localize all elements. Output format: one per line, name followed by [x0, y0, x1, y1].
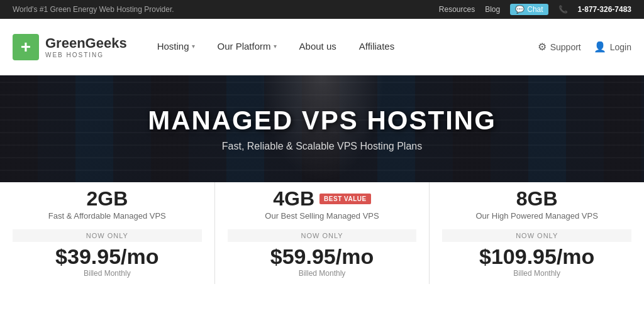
nav-platform[interactable]: Our Platform ▾ [206, 19, 288, 75]
nav-affiliates-label: Affiliates [359, 41, 394, 52]
plan-desc-2gb: Fast & Affordable Managed VPS [48, 211, 166, 221]
nav-right: ⚙ Support 👤 Login [538, 41, 631, 53]
resources-link[interactable]: Resources [439, 5, 475, 14]
login-label: Login [610, 42, 631, 52]
chat-label: Chat [527, 5, 543, 14]
nav-hosting-label: Hosting [157, 41, 189, 52]
plan-size-4gb: 4GB [273, 189, 314, 209]
pricing-section: 2GB Fast & Affordable Managed VPS NOW ON… [0, 182, 644, 284]
phone-icon: 📞 [558, 5, 568, 14]
now-only-8gb: NOW ONLY [442, 229, 631, 242]
plan-header-8gb: 8GB [516, 189, 558, 209]
billing-4gb: Billed Monthly [299, 269, 346, 278]
plan-size-2gb: 2GB [86, 189, 128, 209]
chat-button[interactable]: 💬 Chat [510, 4, 548, 15]
brand-text: GreenGeeks WEB HOSTING [45, 35, 127, 58]
login-button[interactable]: 👤 Login [594, 41, 631, 53]
nav-hosting[interactable]: Hosting ▾ [146, 19, 206, 75]
logo[interactable]: + GreenGeeks WEB HOSTING [13, 34, 127, 60]
plan-price-8gb: $109.95/mo [479, 246, 594, 267]
nav-links: Hosting ▾ Our Platform ▾ About us Affili… [146, 19, 538, 75]
nav-platform-label: Our Platform [218, 41, 271, 52]
support-label: Support [550, 42, 581, 52]
top-bar-right: Resources Blog 💬 Chat 📞 1-877-326-7483 [439, 4, 631, 15]
support-button[interactable]: ⚙ Support [538, 41, 581, 53]
best-value-badge: BEST VALUE [319, 194, 371, 204]
nav-affiliates[interactable]: Affiliates [348, 19, 406, 75]
hero-title: MANAGED VPS HOSTING [148, 106, 496, 136]
hosting-caret-icon: ▾ [192, 43, 195, 50]
plan-card-2gb: 2GB Fast & Affordable Managed VPS NOW ON… [0, 182, 215, 284]
plan-price-4gb: $59.95/mo [270, 246, 374, 267]
plan-price-2gb: $39.95/mo [55, 246, 158, 267]
billing-8gb: Billed Monthly [513, 269, 560, 278]
hero-section: MANAGED VPS HOSTING Fast, Reliable & Sca… [0, 75, 644, 182]
plan-size-8gb: 8GB [516, 189, 558, 209]
logo-plus-icon: + [13, 34, 39, 60]
support-icon: ⚙ [538, 41, 547, 53]
chat-icon: 💬 [515, 5, 525, 14]
plan-header-4gb: 4GB BEST VALUE [273, 189, 370, 209]
plan-desc-4gb: Our Best Selling Managed VPS [265, 211, 379, 221]
tagline: World's #1 Green Energy Web Hosting Prov… [13, 5, 174, 14]
plan-card-8gb: 8GB Our High Powered Managed VPS NOW ONL… [430, 182, 644, 284]
hero-subtitle: Fast, Reliable & Scalable VPS Hosting Pl… [222, 141, 422, 152]
top-bar: World's #1 Green Energy Web Hosting Prov… [0, 0, 644, 19]
login-icon: 👤 [594, 41, 606, 53]
now-only-4gb: NOW ONLY [228, 229, 417, 242]
brand-sub: WEB HOSTING [45, 52, 127, 58]
nav-about-label: About us [299, 41, 336, 52]
nav-about[interactable]: About us [288, 19, 348, 75]
now-only-2gb: NOW ONLY [13, 229, 202, 242]
billing-2gb: Billed Monthly [84, 269, 131, 278]
blog-link[interactable]: Blog [485, 5, 500, 14]
plan-desc-8gb: Our High Powered Managed VPS [475, 211, 597, 221]
phone-number[interactable]: 1-877-326-7483 [578, 5, 631, 14]
main-nav: + GreenGeeks WEB HOSTING Hosting ▾ Our P… [0, 19, 644, 75]
plan-header-2gb: 2GB [86, 189, 128, 209]
brand-name: GreenGeeks [45, 35, 127, 52]
plan-card-4gb: 4GB BEST VALUE Our Best Selling Managed … [215, 182, 430, 284]
platform-caret-icon: ▾ [274, 43, 277, 50]
